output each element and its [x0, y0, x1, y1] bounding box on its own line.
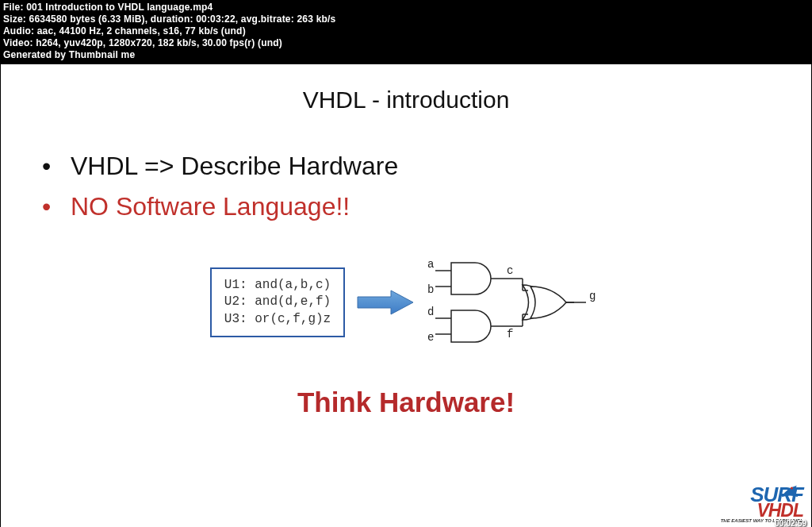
- video-value: h264, yuv420p, 1280x720, 182 kb/s, 30.00…: [33, 37, 282, 48]
- code-box: U1: and(a,b,c) U2: and(d,e,f) U3: or(c,f…: [210, 267, 345, 338]
- svg-point-12: [791, 487, 793, 489]
- video-label: Video:: [3, 37, 33, 48]
- gate-label-a: a: [427, 258, 434, 271]
- size-value: 6634580 bytes (6.33 MiB), duration: 00:0…: [26, 13, 335, 25]
- gate-label-e: e: [427, 331, 434, 344]
- size-label: Size:: [3, 13, 26, 25]
- think-hardware: Think Hardware!: [1, 387, 811, 418]
- surf-vhdl-logo: SURF VHDL THE EASIEST WAY TO LEARN VHDL: [721, 486, 803, 523]
- surfer-icon: [779, 482, 800, 501]
- gate-label-b: b: [427, 283, 434, 296]
- slide-title: VHDL - introduction: [1, 64, 811, 113]
- gate-label-d: d: [427, 306, 434, 318]
- metadata-header: File: 001 Introduction to VHDL language.…: [0, 0, 812, 64]
- file-label: File:: [3, 2, 24, 13]
- bullet-2: NO Software Language!!: [42, 192, 811, 221]
- gate-label-c: c: [507, 264, 513, 277]
- audio-value: aac, 44100 Hz, 2 channels, s16, 77 kb/s …: [34, 25, 246, 37]
- code-line-2: U2: and(d,e,f): [224, 294, 331, 311]
- bullet-2-text: NO Software Language!!: [71, 192, 350, 221]
- logo-line-2: VHDL: [721, 503, 803, 519]
- diagram-row: U1: and(a,b,c) U2: and(d,e,f) U3: or(c,f…: [1, 255, 811, 350]
- slide: VHDL - introduction VHDL => Describe Har…: [1, 64, 811, 527]
- arrow-icon: [354, 287, 418, 318]
- bullet-1: VHDL => Describe Hardware: [42, 152, 811, 181]
- file-value: 001 Introduction to VHDL language.mp4: [24, 2, 213, 13]
- logic-gates-diagram: a b c d e f g: [427, 255, 602, 350]
- bullet-list: VHDL => Describe Hardware NO Software La…: [42, 152, 811, 221]
- code-line-1: U1: and(a,b,c): [224, 277, 331, 294]
- gate-label-g: g: [589, 290, 596, 302]
- code-line-3: U3: or(c,f,g)z: [224, 311, 331, 329]
- gate-label-f: f: [507, 328, 513, 340]
- svg-marker-0: [358, 290, 413, 314]
- bullet-1-text: VHDL => Describe Hardware: [71, 152, 398, 181]
- timestamp: 00:02:59: [775, 519, 806, 527]
- audio-label: Audio:: [3, 25, 34, 37]
- generated-by: Generated by Thumbnail me: [3, 49, 809, 61]
